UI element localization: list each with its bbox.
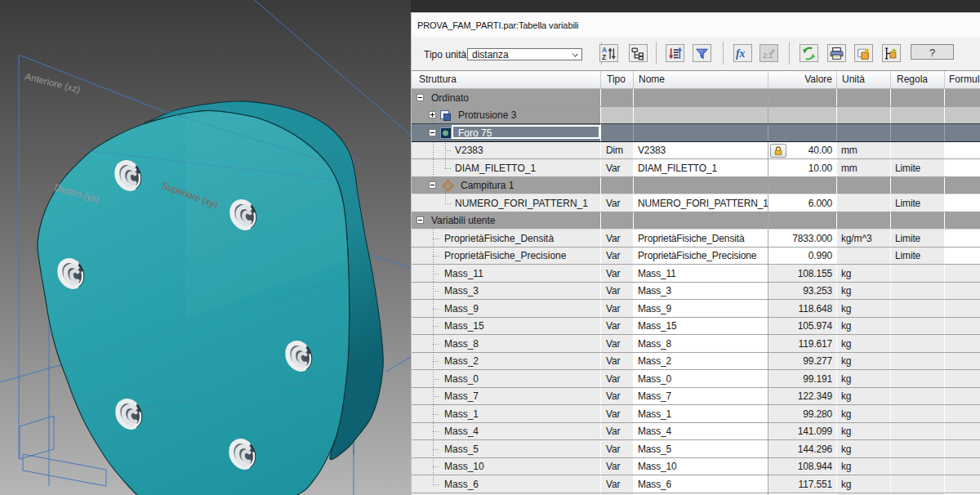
svg-text:fx: fx (736, 47, 746, 60)
svg-text:Z: Z (602, 52, 606, 60)
